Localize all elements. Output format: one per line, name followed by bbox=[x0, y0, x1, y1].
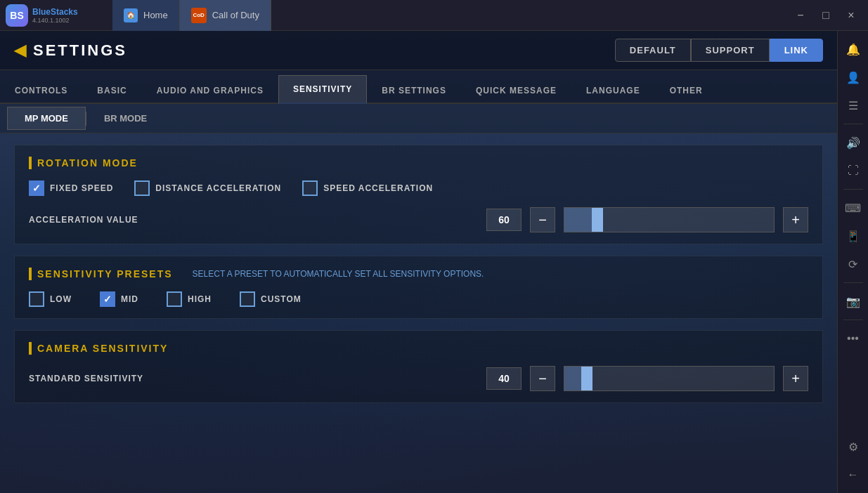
preset-low-label: LOW bbox=[50, 294, 72, 304]
section-title-bar-2 bbox=[29, 268, 32, 280]
tab-br-settings[interactable]: BR SETTINGS bbox=[367, 77, 461, 104]
fixed-speed-item: FIXED SPEED bbox=[29, 180, 113, 196]
standard-sensitivity-display: 40 bbox=[486, 367, 522, 390]
section-title-bar-3 bbox=[29, 342, 32, 355]
sidebar-divider-2 bbox=[843, 189, 863, 190]
camera-sensitivity-section: CAMERA SENSITIVITY STANDARD SENSITIVITY … bbox=[14, 330, 823, 403]
sensitivity-presets-subtitle: SELECT A PRESET TO AUTOMATICALLY SET ALL… bbox=[193, 269, 484, 279]
sidebar-divider-1 bbox=[843, 124, 863, 124]
standard-sensitivity-slider-fill bbox=[564, 367, 583, 390]
tab-sensitivity[interactable]: SENSITIVITY bbox=[278, 75, 367, 104]
preset-mid-item: MID bbox=[100, 291, 138, 307]
speed-acceleration-item: SPEED ACCELERATION bbox=[302, 180, 433, 196]
camera-sensitivity-label: CAMERA SENSITIVITY bbox=[37, 343, 168, 354]
back-icon[interactable]: ◀ bbox=[14, 41, 26, 60]
acceleration-slider-track[interactable] bbox=[564, 207, 775, 232]
speed-acceleration-checkbox[interactable] bbox=[302, 180, 318, 196]
app-logo-area: BS BlueStacks 4.140.1.1002 bbox=[0, 4, 112, 27]
sensitivity-presets-label: SENSITIVITY PRESETS bbox=[37, 268, 173, 280]
header-button-group: DEFAULT SUPPORT LINK bbox=[615, 39, 823, 62]
rotation-mode-label: ROTATION MODE bbox=[37, 157, 138, 169]
home-tab[interactable]: 🏠 Home bbox=[112, 0, 180, 31]
standard-sensitivity-label: STANDARD SENSITIVITY bbox=[29, 374, 169, 383]
distance-acceleration-label: DISTANCE ACCELERATION bbox=[155, 183, 281, 193]
sidebar-divider-4 bbox=[843, 320, 863, 320]
tab-other[interactable]: OTHER bbox=[655, 77, 718, 104]
rotation-mode-section: ROTATION MODE FIXED SPEED DISTANCE ACCEL… bbox=[14, 145, 823, 244]
standard-sensitivity-minus-button[interactable]: − bbox=[530, 366, 555, 391]
acceleration-value-display: 60 bbox=[486, 209, 522, 231]
standard-sensitivity-plus-button[interactable]: + bbox=[783, 366, 808, 391]
preset-low-checkbox[interactable] bbox=[29, 291, 44, 307]
camera-icon[interactable]: 📷 bbox=[841, 289, 866, 314]
gear-icon[interactable]: ⚙ bbox=[841, 434, 866, 459]
close-button[interactable]: × bbox=[840, 4, 862, 27]
content-area: ◀ SETTINGS DEFAULT SUPPORT LINK CONTROLS… bbox=[0, 31, 837, 493]
tab-quick-message[interactable]: QUICK MESSAGE bbox=[461, 77, 571, 104]
support-button[interactable]: SUPPORT bbox=[691, 39, 770, 62]
preset-low-item: LOW bbox=[29, 291, 72, 307]
title-bar: BS BlueStacks 4.140.1.1002 🏠 Home CoD Ca… bbox=[0, 0, 868, 31]
preset-row: LOW MID HIGH CUSTOM bbox=[29, 291, 808, 307]
acceleration-value-label: ACCELERATION VALUE bbox=[29, 215, 169, 225]
preset-custom-checkbox[interactable] bbox=[240, 291, 255, 307]
maximize-button[interactable]: □ bbox=[815, 4, 837, 27]
camera-sensitivity-title: CAMERA SENSITIVITY bbox=[29, 342, 808, 355]
rotate-icon[interactable]: ⟳ bbox=[841, 251, 866, 277]
keyboard-icon[interactable]: ⌨ bbox=[841, 195, 866, 221]
sub-tab-mp-mode[interactable]: MP MODE bbox=[7, 107, 86, 130]
rotation-mode-title: ROTATION MODE bbox=[29, 157, 808, 169]
game-tab-label: Call of Duty bbox=[212, 10, 259, 20]
tab-basic[interactable]: BASIC bbox=[82, 77, 141, 104]
standard-sensitivity-row: STANDARD SENSITIVITY 40 − + bbox=[29, 366, 808, 391]
tab-controls[interactable]: CONTROLS bbox=[0, 77, 82, 104]
app-version: 4.140.1.1002 bbox=[32, 17, 78, 24]
sensitivity-presets-title-row: SENSITIVITY PRESETS SELECT A PRESET TO A… bbox=[29, 268, 808, 280]
distance-acceleration-item: DISTANCE ACCELERATION bbox=[134, 180, 281, 196]
preset-mid-checkbox[interactable] bbox=[100, 291, 115, 307]
preset-high-item: HIGH bbox=[167, 291, 212, 307]
home-tab-label: Home bbox=[143, 10, 168, 20]
sidebar-divider-3 bbox=[843, 282, 863, 283]
game-tab[interactable]: CoD Call of Duty bbox=[180, 0, 271, 31]
preset-high-checkbox[interactable] bbox=[167, 291, 182, 307]
back-icon-sidebar[interactable]: ← bbox=[841, 462, 866, 487]
sub-tab-br-mode[interactable]: BR MODE bbox=[86, 107, 164, 130]
app-name: BlueStacks bbox=[32, 7, 78, 17]
settings-content: ROTATION MODE FIXED SPEED DISTANCE ACCEL… bbox=[0, 133, 837, 493]
section-title-bar bbox=[29, 157, 32, 169]
home-tab-icon: 🏠 bbox=[124, 8, 138, 22]
account-icon[interactable]: 👤 bbox=[841, 65, 866, 90]
expand-icon[interactable]: ⛶ bbox=[841, 158, 866, 183]
main-area: ◀ SETTINGS DEFAULT SUPPORT LINK CONTROLS… bbox=[0, 31, 868, 493]
settings-header: ◀ SETTINGS DEFAULT SUPPORT LINK bbox=[0, 31, 837, 70]
tab-language[interactable]: LANGUAGE bbox=[571, 77, 655, 104]
acceleration-slider-thumb[interactable] bbox=[592, 208, 603, 232]
phone-icon[interactable]: 📱 bbox=[841, 223, 866, 249]
distance-acceleration-checkbox[interactable] bbox=[134, 180, 150, 196]
preset-mid-label: MID bbox=[121, 294, 138, 304]
menu-icon[interactable]: ☰ bbox=[841, 93, 866, 118]
window-controls: − □ × bbox=[789, 4, 868, 27]
rotation-mode-checkboxes: FIXED SPEED DISTANCE ACCELERATION SPEED … bbox=[29, 180, 808, 196]
tab-audio-graphics[interactable]: AUDIO AND GRAPHICS bbox=[142, 77, 278, 104]
more-icon[interactable]: ••• bbox=[841, 326, 866, 351]
game-tab-icon: CoD bbox=[191, 8, 207, 23]
sub-tabs: MP MODE BR MODE bbox=[0, 104, 837, 133]
app-info: BlueStacks 4.140.1.1002 bbox=[32, 7, 78, 24]
sensitivity-presets-section: SENSITIVITY PRESETS SELECT A PRESET TO A… bbox=[14, 256, 823, 319]
link-button[interactable]: LINK bbox=[770, 39, 823, 62]
acceleration-plus-button[interactable]: + bbox=[783, 207, 808, 232]
volume-icon[interactable]: 🔊 bbox=[841, 130, 866, 155]
fixed-speed-checkbox[interactable] bbox=[29, 180, 44, 196]
standard-sensitivity-slider-track[interactable] bbox=[564, 366, 775, 391]
standard-sensitivity-slider-thumb[interactable] bbox=[581, 367, 592, 390]
speed-acceleration-label: SPEED ACCELERATION bbox=[323, 183, 433, 193]
notification-icon[interactable]: 🔔 bbox=[841, 37, 866, 62]
preset-high-label: HIGH bbox=[188, 294, 212, 304]
minimize-button[interactable]: − bbox=[789, 4, 812, 27]
bluestacks-logo: BS bbox=[6, 4, 28, 27]
acceleration-minus-button[interactable]: − bbox=[530, 207, 555, 232]
default-button[interactable]: DEFAULT bbox=[615, 39, 691, 62]
preset-custom-item: CUSTOM bbox=[240, 291, 302, 307]
